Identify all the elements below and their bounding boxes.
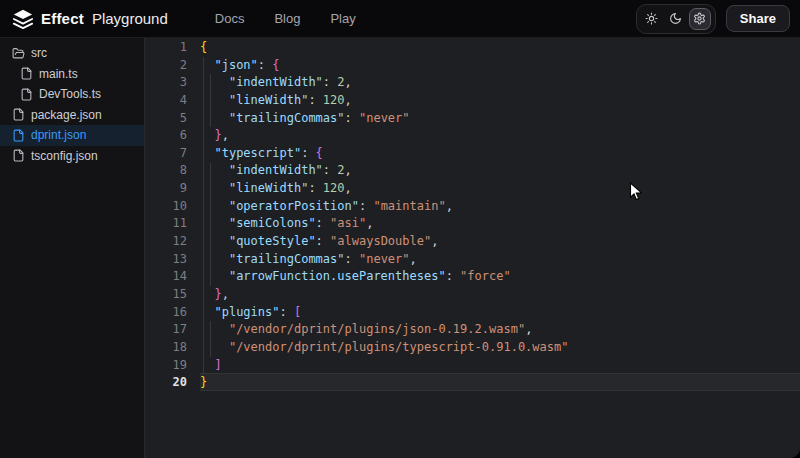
code-line-11[interactable]: 11 "semiColons": "asi", [145,215,800,233]
sidebar-item-tsconfig-json[interactable]: tsconfig.json [0,146,144,167]
line-number: 6 [145,127,187,145]
code-line-5[interactable]: 5 "trailingCommas": "never" [145,110,800,128]
code-editor[interactable]: 1{2 "json": {3 "indentWidth": 2,4 "lineW… [145,38,800,458]
line-content: }, [187,286,229,304]
code-line-20[interactable]: 20} [145,374,800,392]
line-content: { [187,39,207,57]
line-content: }, [187,127,229,145]
gear-icon [693,12,706,25]
line-content: "/vendor/dprint/plugins/json-0.19.2.wasm… [187,321,532,339]
line-content: "operatorPosition": "maintain", [187,198,453,216]
brand-subtitle: Playground [92,10,168,27]
line-number: 9 [145,180,187,198]
line-content: ] [187,357,222,375]
line-content: "trailingCommas": "never" [187,110,410,128]
line-number: 13 [145,251,187,269]
theme-toggle [636,4,716,34]
file-icon [12,129,25,142]
line-content: "lineWidth": 120, [187,180,352,198]
brand-name: Effect [41,10,84,27]
line-number: 16 [145,304,187,322]
code-line-13[interactable]: 13 "trailingCommas": "never", [145,251,800,269]
theme-light-button[interactable] [641,8,663,30]
sidebar-item-dprint-json[interactable]: dprint.json [0,125,144,146]
code-line-6[interactable]: 6 }, [145,127,800,145]
brand[interactable]: Effect Playground [12,8,168,30]
code-line-19[interactable]: 19 ] [145,357,800,375]
main-area: srcmain.tsDevTools.tspackage.jsondprint.… [0,38,800,458]
line-content: "trailingCommas": "never", [187,251,417,269]
theme-dark-button[interactable] [665,8,687,30]
sidebar-item-src[interactable]: src [0,43,144,64]
line-number: 17 [145,321,187,339]
moon-icon [669,12,682,25]
line-number: 4 [145,92,187,110]
line-number: 7 [145,145,187,163]
file-icon [20,88,33,101]
line-number: 8 [145,162,187,180]
line-content: "semiColons": "asi", [187,215,373,233]
line-content: "arrowFunction.useParentheses": "force" [187,268,511,286]
code-line-17[interactable]: 17 "/vendor/dprint/plugins/json-0.19.2.w… [145,321,800,339]
code-lines: 1{2 "json": {3 "indentWidth": 2,4 "lineW… [145,38,800,458]
line-number: 5 [145,110,187,128]
nav-link-play[interactable]: Play [330,11,355,26]
line-content: "typescript": { [187,145,323,163]
line-content: "json": { [187,57,280,75]
folder-open-icon [12,47,25,60]
code-line-4[interactable]: 4 "lineWidth": 120, [145,92,800,110]
code-line-18[interactable]: 18 "/vendor/dprint/plugins/typescript-0.… [145,339,800,357]
line-content: "lineWidth": 120, [187,92,352,110]
file-icon [12,108,25,121]
theme-system-button[interactable] [689,8,711,30]
line-content: "indentWidth": 2, [187,162,352,180]
code-line-12[interactable]: 12 "quoteStyle": "alwaysDouble", [145,233,800,251]
file-name: main.ts [39,67,78,81]
code-line-15[interactable]: 15 }, [145,286,800,304]
line-number: 14 [145,268,187,286]
code-line-7[interactable]: 7 "typescript": { [145,145,800,163]
code-line-3[interactable]: 3 "indentWidth": 2, [145,74,800,92]
effect-playground-window: Effect Playground Docs Blog Play [0,0,800,458]
sidebar-item-DevTools-ts[interactable]: DevTools.ts [0,84,144,105]
line-number: 20 [145,374,187,392]
nav-link-docs[interactable]: Docs [215,11,245,26]
line-number: 1 [145,39,187,57]
file-icon [20,67,33,80]
sidebar-item-package-json[interactable]: package.json [0,105,144,126]
share-button[interactable]: Share [726,5,790,32]
file-name: tsconfig.json [31,149,98,163]
line-number: 11 [145,215,187,233]
line-content: "/vendor/dprint/plugins/typescript-0.91.… [187,339,568,357]
code-line-8[interactable]: 8 "indentWidth": 2, [145,162,800,180]
file-name: src [31,46,47,60]
line-number: 19 [145,357,187,375]
file-name: dprint.json [31,128,86,142]
code-line-14[interactable]: 14 "arrowFunction.useParentheses": "forc… [145,268,800,286]
file-name: package.json [31,108,102,122]
file-explorer: srcmain.tsDevTools.tspackage.jsondprint.… [0,38,145,458]
code-line-1[interactable]: 1{ [145,39,800,57]
code-line-16[interactable]: 16 "plugins": [ [145,304,800,322]
header: Effect Playground Docs Blog Play [0,0,800,38]
nav-link-blog[interactable]: Blog [274,11,300,26]
line-number: 12 [145,233,187,251]
line-number: 2 [145,57,187,75]
line-content: } [187,374,207,392]
sidebar-item-main-ts[interactable]: main.ts [0,64,144,85]
line-number: 15 [145,286,187,304]
line-content: "indentWidth": 2, [187,74,352,92]
line-content: "plugins": [ [187,304,301,322]
file-icon [12,149,25,162]
line-number: 18 [145,339,187,357]
code-line-10[interactable]: 10 "operatorPosition": "maintain", [145,198,800,216]
effect-logo-icon [12,8,34,30]
main-nav: Docs Blog Play [215,11,356,26]
sun-icon [645,12,658,25]
line-number: 10 [145,198,187,216]
file-name: DevTools.ts [39,87,101,101]
line-number: 3 [145,74,187,92]
code-line-9[interactable]: 9 "lineWidth": 120, [145,180,800,198]
line-content: "quoteStyle": "alwaysDouble", [187,233,438,251]
code-line-2[interactable]: 2 "json": { [145,57,800,75]
